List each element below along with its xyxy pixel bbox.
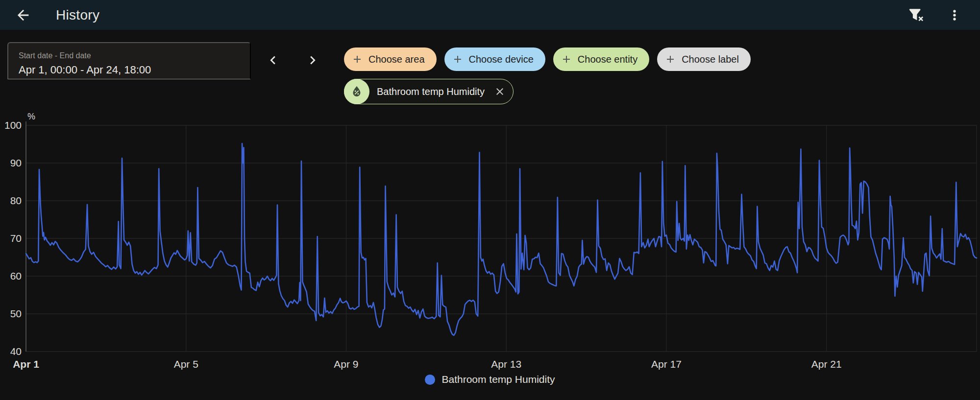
- svg-text:60: 60: [10, 270, 22, 282]
- svg-text:Apr 17: Apr 17: [651, 358, 682, 370]
- svg-text:Apr 5: Apr 5: [174, 358, 198, 370]
- svg-text:Apr 9: Apr 9: [334, 358, 358, 370]
- svg-text:90: 90: [10, 157, 22, 168]
- chart-legend: Bathroom temp Humidity: [0, 374, 980, 385]
- svg-text:50: 50: [10, 308, 22, 319]
- humidity-line-chart: 405060708090100Apr 1Apr 5Apr 9Apr 13Apr …: [0, 0, 980, 400]
- svg-text:70: 70: [10, 233, 22, 244]
- svg-text:Apr 13: Apr 13: [491, 358, 521, 370]
- svg-text:%: %: [27, 112, 35, 121]
- svg-text:40: 40: [10, 346, 22, 357]
- svg-text:80: 80: [10, 195, 22, 206]
- svg-text:Apr 1: Apr 1: [13, 358, 39, 370]
- history-chart[interactable]: 405060708090100Apr 1Apr 5Apr 9Apr 13Apr …: [0, 0, 980, 400]
- legend-label: Bathroom temp Humidity: [441, 374, 555, 385]
- legend-color-dot: [425, 375, 435, 385]
- svg-text:Apr 21: Apr 21: [811, 358, 842, 370]
- legend-item-bathroom-temp-humidity[interactable]: Bathroom temp Humidity: [425, 374, 555, 385]
- svg-text:100: 100: [4, 119, 22, 131]
